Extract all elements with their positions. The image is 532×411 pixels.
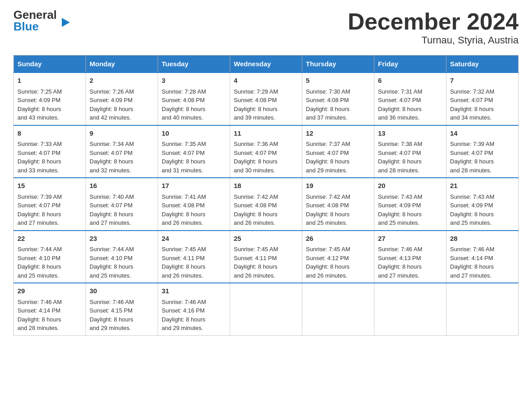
day-number: 30 <box>90 286 154 296</box>
daylight-label: Daylight: 8 hours <box>90 316 133 323</box>
table-row: 3 Sunrise: 7:28 AM Sunset: 4:08 PM Dayli… <box>158 73 230 125</box>
day-number: 4 <box>234 76 298 86</box>
sunset-label: Sunset: 4:10 PM <box>90 255 133 261</box>
sunset-label: Sunset: 4:08 PM <box>234 97 277 103</box>
table-row: 27 Sunrise: 7:46 AM Sunset: 4:13 PM Dayl… <box>374 231 446 283</box>
calendar-week-row: 22 Sunrise: 7:44 AM Sunset: 4:10 PM Dayl… <box>14 231 519 283</box>
daylight-label: Daylight: 8 hours <box>162 211 206 218</box>
sunrise-label: Sunrise: 7:42 AM <box>306 193 350 200</box>
sunset-label: Sunset: 4:14 PM <box>450 255 493 261</box>
daylight-minutes: and 25 minutes. <box>306 219 348 226</box>
daylight-label: Daylight: 8 hours <box>17 263 61 270</box>
daylight-minutes: and 39 minutes. <box>234 114 275 121</box>
day-number: 12 <box>306 128 370 139</box>
sunrise-label: Sunrise: 7:31 AM <box>378 88 422 95</box>
col-sunday: Sunday <box>14 56 86 73</box>
logo-triangle-icon <box>62 18 70 27</box>
table-row: 10 Sunrise: 7:35 AM Sunset: 4:07 PM Dayl… <box>158 125 230 178</box>
daylight-minutes: and 33 minutes. <box>17 167 59 174</box>
daylight-minutes: and 28 minutes. <box>378 167 420 174</box>
table-row: 13 Sunrise: 7:38 AM Sunset: 4:07 PM Dayl… <box>374 125 446 178</box>
sunset-label: Sunset: 4:08 PM <box>162 202 205 209</box>
table-row: 6 Sunrise: 7:31 AM Sunset: 4:07 PM Dayli… <box>374 73 446 125</box>
daylight-label: Daylight: 8 hours <box>162 158 206 165</box>
calendar-subtitle: Turnau, Styria, Austria <box>348 34 519 46</box>
day-number: 29 <box>17 286 82 296</box>
daylight-minutes: and 32 minutes. <box>90 167 131 174</box>
daylight-minutes: and 26 minutes. <box>162 219 203 226</box>
daylight-label: Daylight: 8 hours <box>378 263 422 270</box>
sunrise-label: Sunrise: 7:30 AM <box>306 88 350 95</box>
sunset-label: Sunset: 4:07 PM <box>90 150 133 156</box>
table-row: 20 Sunrise: 7:43 AM Sunset: 4:09 PM Dayl… <box>374 178 446 231</box>
sunrise-label: Sunrise: 7:45 AM <box>162 246 206 253</box>
daylight-label: Daylight: 8 hours <box>162 263 206 270</box>
daylight-minutes: and 25 minutes. <box>378 219 420 226</box>
daylight-label: Daylight: 8 hours <box>234 158 278 165</box>
sunrise-label: Sunrise: 7:41 AM <box>162 193 206 200</box>
day-number: 11 <box>234 128 298 139</box>
sunrise-label: Sunrise: 7:46 AM <box>17 299 62 305</box>
daylight-label: Daylight: 8 hours <box>17 158 61 165</box>
table-row: 1 Sunrise: 7:25 AM Sunset: 4:09 PM Dayli… <box>14 73 86 125</box>
daylight-label: Daylight: 8 hours <box>306 106 350 112</box>
daylight-label: Daylight: 8 hours <box>378 211 422 218</box>
calendar-week-row: 1 Sunrise: 7:25 AM Sunset: 4:09 PM Dayli… <box>14 73 519 125</box>
sunset-label: Sunset: 4:10 PM <box>17 255 60 261</box>
sunrise-label: Sunrise: 7:33 AM <box>17 141 62 147</box>
sunset-label: Sunset: 4:12 PM <box>306 255 349 261</box>
sunrise-label: Sunrise: 7:32 AM <box>450 88 494 95</box>
sunset-label: Sunset: 4:07 PM <box>378 150 421 156</box>
daylight-label: Daylight: 8 hours <box>162 316 206 323</box>
table-row <box>230 283 302 335</box>
sunrise-label: Sunrise: 7:46 AM <box>162 299 206 305</box>
daylight-label: Daylight: 8 hours <box>450 263 494 270</box>
sunset-label: Sunset: 4:13 PM <box>378 255 421 261</box>
daylight-minutes: and 27 minutes. <box>450 272 492 279</box>
daylight-label: Daylight: 8 hours <box>450 211 494 218</box>
day-number: 25 <box>234 234 298 244</box>
daylight-label: Daylight: 8 hours <box>450 106 494 112</box>
day-number: 18 <box>234 181 298 191</box>
table-row: 12 Sunrise: 7:37 AM Sunset: 4:07 PM Dayl… <box>302 125 374 178</box>
logo-text: General Blue <box>13 9 61 32</box>
calendar-week-row: 15 Sunrise: 7:39 AM Sunset: 4:07 PM Dayl… <box>14 178 519 231</box>
col-saturday: Saturday <box>446 56 519 73</box>
sunrise-label: Sunrise: 7:28 AM <box>162 88 206 95</box>
table-row: 2 Sunrise: 7:26 AM Sunset: 4:09 PM Dayli… <box>86 73 158 125</box>
day-number: 24 <box>162 234 226 244</box>
day-number: 15 <box>17 181 82 191</box>
day-number: 28 <box>450 234 515 244</box>
sunset-label: Sunset: 4:07 PM <box>450 150 493 156</box>
table-row: 11 Sunrise: 7:36 AM Sunset: 4:07 PM Dayl… <box>230 125 302 178</box>
table-row: 29 Sunrise: 7:46 AM Sunset: 4:14 PM Dayl… <box>14 283 86 335</box>
day-number: 2 <box>90 76 154 86</box>
sunrise-label: Sunrise: 7:34 AM <box>90 141 134 147</box>
logo-blue: Blue <box>13 21 61 32</box>
daylight-minutes: and 28 minutes. <box>17 325 59 331</box>
sunrise-label: Sunrise: 7:26 AM <box>90 88 134 95</box>
sunrise-label: Sunrise: 7:43 AM <box>378 193 422 200</box>
page-header: General Blue December 2024 Turnau, Styri… <box>13 9 519 46</box>
sunset-label: Sunset: 4:09 PM <box>17 97 60 103</box>
sunrise-label: Sunrise: 7:45 AM <box>306 246 350 253</box>
col-monday: Monday <box>86 56 158 73</box>
sunset-label: Sunset: 4:11 PM <box>234 255 277 261</box>
day-number: 9 <box>90 128 154 139</box>
table-row: 7 Sunrise: 7:32 AM Sunset: 4:07 PM Dayli… <box>446 73 519 125</box>
table-row: 17 Sunrise: 7:41 AM Sunset: 4:08 PM Dayl… <box>158 178 230 231</box>
sunset-label: Sunset: 4:08 PM <box>162 97 205 103</box>
title-block: December 2024 Turnau, Styria, Austria <box>348 9 519 46</box>
calendar-header-row: Sunday Monday Tuesday Wednesday Thursday… <box>14 56 519 73</box>
sunset-label: Sunset: 4:07 PM <box>378 97 421 103</box>
daylight-label: Daylight: 8 hours <box>90 158 133 165</box>
sunset-label: Sunset: 4:09 PM <box>450 202 493 209</box>
table-row <box>446 283 519 335</box>
sunrise-label: Sunrise: 7:46 AM <box>90 299 134 305</box>
table-row: 19 Sunrise: 7:42 AM Sunset: 4:08 PM Dayl… <box>302 178 374 231</box>
sunset-label: Sunset: 4:07 PM <box>17 202 60 209</box>
day-number: 8 <box>17 128 82 139</box>
table-row: 15 Sunrise: 7:39 AM Sunset: 4:07 PM Dayl… <box>14 178 86 231</box>
sunrise-label: Sunrise: 7:39 AM <box>450 141 494 147</box>
daylight-minutes: and 27 minutes. <box>90 219 131 226</box>
